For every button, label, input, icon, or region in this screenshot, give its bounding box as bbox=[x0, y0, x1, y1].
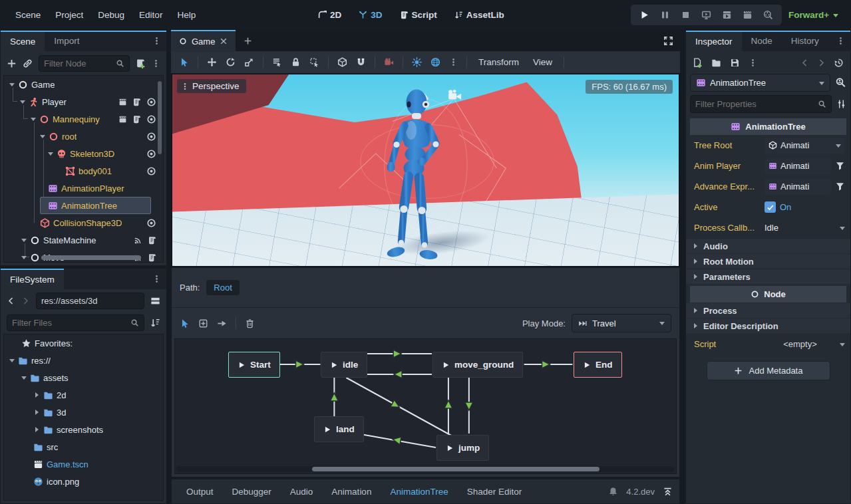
process-callback-dropdown[interactable]: Idle bbox=[765, 223, 845, 233]
script-icon[interactable] bbox=[132, 98, 141, 106]
sm-node-move-ground[interactable]: move_ground bbox=[432, 352, 523, 378]
3d-viewport[interactable]: Perspective FPS: 60 (16.67 ms) bbox=[171, 73, 680, 267]
collapse-arrow-icon[interactable] bbox=[48, 152, 53, 158]
add-metadata-button[interactable]: Add Metadata bbox=[707, 361, 830, 380]
add-node-button[interactable] bbox=[7, 59, 17, 68]
close-icon[interactable] bbox=[220, 37, 228, 45]
save-resource-button[interactable] bbox=[730, 58, 740, 68]
visibility-eye-icon[interactable] bbox=[146, 97, 156, 107]
menu-debug[interactable]: Debug bbox=[90, 6, 132, 25]
bottom-tab-output[interactable]: Output bbox=[178, 487, 222, 497]
load-resource-button[interactable] bbox=[711, 58, 721, 68]
bottom-tab-audio[interactable]: Audio bbox=[282, 487, 321, 497]
mode-3d[interactable]: 3D bbox=[359, 10, 382, 20]
history-forward-icon[interactable] bbox=[817, 59, 826, 67]
visibility-eye-icon[interactable] bbox=[146, 166, 156, 176]
select-tool-button[interactable] bbox=[179, 57, 189, 67]
play-icon[interactable] bbox=[238, 361, 246, 369]
expand-arrow-icon[interactable] bbox=[35, 410, 41, 415]
group-editor-description[interactable]: Editor Description bbox=[686, 318, 850, 333]
preview-camera-button[interactable] bbox=[384, 57, 394, 67]
scene-tab-game[interactable]: Game bbox=[171, 30, 236, 51]
group-select-button[interactable] bbox=[309, 57, 319, 67]
bottom-tab-shader-editor[interactable]: Shader Editor bbox=[459, 487, 530, 497]
tab-node[interactable]: Node bbox=[742, 31, 782, 51]
menu-scene[interactable]: Scene bbox=[8, 6, 48, 25]
preview-options-button[interactable] bbox=[449, 58, 458, 66]
graph-scrollbar-thumb[interactable] bbox=[312, 467, 599, 471]
fs-item-src[interactable]: src bbox=[4, 438, 163, 455]
play-button[interactable] bbox=[639, 10, 649, 20]
attach-script-button[interactable] bbox=[136, 59, 146, 68]
tab-import[interactable]: Import bbox=[45, 31, 88, 51]
movie-maker-button[interactable] bbox=[763, 10, 773, 20]
back-icon[interactable] bbox=[7, 297, 15, 305]
open-scene-icon[interactable] bbox=[118, 98, 127, 106]
filter-node-input[interactable] bbox=[44, 59, 116, 68]
pick-node-icon[interactable] bbox=[835, 161, 845, 171]
menu-help[interactable]: Help bbox=[170, 6, 203, 25]
rotate-tool-button[interactable] bbox=[226, 57, 236, 67]
lock-button[interactable] bbox=[291, 57, 301, 67]
visibility-eye-icon[interactable] bbox=[146, 114, 156, 124]
inspector-menu-button[interactable] bbox=[831, 31, 850, 51]
remote-debug-button[interactable] bbox=[701, 10, 711, 20]
collapse-arrow-icon[interactable] bbox=[31, 118, 36, 124]
sort-icon[interactable] bbox=[150, 318, 160, 328]
pick-node-icon[interactable] bbox=[835, 182, 845, 191]
script-icon[interactable] bbox=[148, 236, 156, 245]
collapse-arrow-icon[interactable] bbox=[21, 256, 27, 262]
instantiate-scene-button[interactable] bbox=[23, 59, 33, 68]
play-icon[interactable] bbox=[583, 361, 591, 369]
filter-files-field[interactable] bbox=[7, 315, 144, 331]
play-icon[interactable] bbox=[330, 361, 338, 369]
resource-menu-button[interactable] bbox=[749, 59, 757, 67]
visibility-eye-icon[interactable] bbox=[146, 132, 156, 142]
vertical-scrollbar[interactable] bbox=[158, 81, 162, 154]
sm-select-tool-button[interactable] bbox=[180, 318, 190, 328]
visibility-eye-icon[interactable] bbox=[146, 218, 156, 228]
active-checkbox[interactable] bbox=[765, 201, 776, 213]
sm-delete-button[interactable] bbox=[245, 318, 255, 328]
list-select-button[interactable] bbox=[272, 57, 282, 67]
tree-item-collisionshape3d[interactable]: CollisionShape3D bbox=[4, 214, 163, 231]
filesystem-menu-button[interactable] bbox=[147, 269, 166, 289]
tree-item-body001[interactable]: body001 bbox=[4, 162, 163, 180]
filter-node-field[interactable] bbox=[39, 55, 130, 72]
visibility-eye-icon[interactable] bbox=[146, 149, 156, 159]
menu-project[interactable]: Project bbox=[48, 6, 90, 25]
expand-bottom-panel-icon[interactable] bbox=[663, 487, 673, 497]
play-mode-dropdown[interactable]: Travel bbox=[572, 314, 671, 332]
sm-node-start[interactable]: Start bbox=[228, 352, 280, 378]
path-crumb-root[interactable]: Root bbox=[206, 280, 239, 295]
bottom-tab-animationtree[interactable]: AnimationTree bbox=[382, 487, 456, 497]
signal-icon[interactable] bbox=[134, 236, 142, 245]
sm-create-node-button[interactable] bbox=[198, 318, 208, 328]
group-audio[interactable]: Audio bbox=[686, 238, 850, 253]
tree-item-root[interactable]: root bbox=[4, 128, 163, 145]
path-field[interactable] bbox=[36, 293, 144, 309]
tree-item-skeleton3d[interactable]: Skeleton3D bbox=[4, 145, 163, 162]
collapse-arrow-icon[interactable] bbox=[40, 135, 45, 141]
state-machine-graph[interactable]: Start idle move_ground End bbox=[174, 338, 677, 474]
fs-item-2d[interactable]: 2d bbox=[4, 386, 163, 404]
group-process[interactable]: Process bbox=[686, 303, 850, 318]
script-dropdown[interactable]: <empty> bbox=[765, 339, 845, 349]
fs-item-icon-png[interactable]: icon.png bbox=[4, 473, 163, 490]
fs-item-game-tscn[interactable]: Game.tscn bbox=[4, 455, 163, 473]
scale-tool-button[interactable] bbox=[244, 57, 254, 67]
filter-properties-field[interactable] bbox=[690, 95, 832, 113]
sm-node-idle[interactable]: idle bbox=[321, 352, 367, 378]
move-tool-button[interactable] bbox=[207, 57, 217, 67]
play-icon[interactable] bbox=[323, 426, 331, 434]
pause-button[interactable] bbox=[660, 10, 670, 20]
filter-files-input[interactable] bbox=[12, 318, 130, 328]
fs-item-assets[interactable]: assets bbox=[4, 369, 163, 386]
new-scene-tab-button[interactable] bbox=[236, 30, 260, 51]
sm-connect-nodes-button[interactable] bbox=[217, 318, 227, 328]
forward-icon[interactable] bbox=[21, 297, 30, 305]
filter-properties-input[interactable] bbox=[695, 99, 818, 109]
category-animationtree[interactable]: AnimationTree bbox=[690, 118, 846, 135]
collapse-arrow-icon[interactable] bbox=[20, 100, 25, 106]
fs-item-res-root[interactable]: res:// bbox=[4, 352, 163, 369]
